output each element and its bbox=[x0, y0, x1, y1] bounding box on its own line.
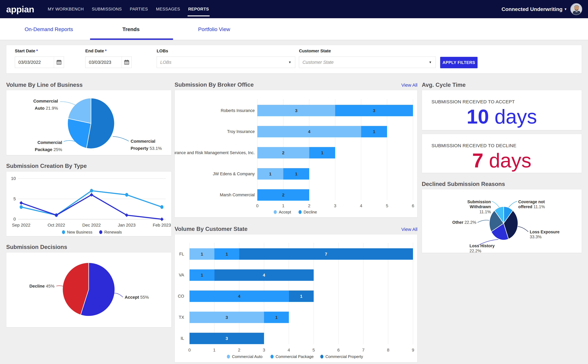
end-date-label: End Date* bbox=[85, 48, 107, 53]
svg-text:1: 1 bbox=[321, 150, 324, 155]
svg-text:7: 7 bbox=[325, 252, 327, 257]
svg-text:1: 1 bbox=[295, 172, 298, 176]
svg-text:5: 5 bbox=[13, 196, 16, 201]
nav-item-messages[interactable]: MESSAGES bbox=[156, 0, 180, 18]
svg-text:Package 25%: Package 25% bbox=[35, 147, 62, 152]
creation-by-type-line-chart: 0510Sep 2022Oct 2022Dec 2022Jan 2023Feb … bbox=[6, 172, 171, 236]
svg-text:Decline 45%: Decline 45% bbox=[29, 284, 54, 288]
customer-state-select[interactable]: Customer State ▼ bbox=[299, 57, 436, 68]
svg-text:Commercial: Commercial bbox=[37, 140, 62, 145]
svg-text:Feb 2023: Feb 2023 bbox=[153, 223, 171, 228]
volume-by-lob-pie-chart: CommercialAuto 21.9%CommercialProperty 5… bbox=[6, 90, 171, 155]
svg-text:Insurance and Risk Management: Insurance and Risk Management Services, … bbox=[175, 150, 255, 155]
reports-tab-bar: On-Demand Reports Trends Portfolio View bbox=[0, 18, 588, 40]
volume-by-lob-title: Volume By Line of Business bbox=[6, 82, 83, 88]
nav-menu: MY WORKBENCH SUBMISSIONS PARTIES MESSAGE… bbox=[48, 0, 209, 18]
svg-text:offered 11.1%: offered 11.1% bbox=[518, 204, 545, 209]
nav-item-submissions[interactable]: SUBMISSIONS bbox=[92, 0, 122, 18]
svg-text:Accept: Accept bbox=[279, 210, 291, 214]
svg-text:Withdrawn: Withdrawn bbox=[470, 204, 491, 209]
customer-state-view-all-link[interactable]: View All bbox=[401, 227, 418, 232]
user-avatar[interactable] bbox=[570, 3, 582, 15]
svg-text:3: 3 bbox=[295, 108, 298, 113]
apply-filters-button[interactable]: APPLY FILTERS bbox=[440, 57, 477, 68]
svg-text:Renewals: Renewals bbox=[104, 230, 122, 234]
svg-text:4: 4 bbox=[308, 129, 311, 134]
appian-logo: appian bbox=[6, 4, 34, 14]
svg-text:3: 3 bbox=[263, 348, 265, 352]
svg-text:1: 1 bbox=[282, 203, 285, 208]
svg-text:Commercial Package: Commercial Package bbox=[276, 354, 314, 359]
end-date-value: 03/03/2023 bbox=[85, 60, 122, 65]
nav-item-parties[interactable]: PARTIES bbox=[130, 0, 148, 18]
svg-text:Property 53.1%: Property 53.1% bbox=[131, 146, 162, 151]
svg-text:VA: VA bbox=[179, 273, 184, 277]
calendar-picker-button[interactable] bbox=[54, 57, 64, 68]
broker-office-bar-chart: 012345633Roberts Insurance41Troy Insuran… bbox=[175, 90, 417, 217]
workspace-label: Connected Underwriting bbox=[502, 6, 562, 12]
calendar-picker-button[interactable] bbox=[122, 57, 131, 68]
svg-text:New Business: New Business bbox=[67, 230, 92, 234]
declined-reasons-title: Declined Submission Reasons bbox=[422, 181, 505, 188]
cycle-accept-value: 10 days bbox=[422, 105, 582, 128]
tab-portfolio-view[interactable]: Portfolio View bbox=[198, 18, 230, 40]
tab-trends[interactable]: Trends bbox=[122, 18, 139, 40]
broker-office-view-all-link[interactable]: View All bbox=[401, 83, 418, 88]
svg-text:IL: IL bbox=[181, 336, 184, 341]
svg-text:10: 10 bbox=[11, 176, 16, 181]
nav-item-reports[interactable]: REPORTS bbox=[188, 0, 209, 18]
svg-text:Auto 21.9%: Auto 21.9% bbox=[35, 106, 58, 110]
svg-text:4: 4 bbox=[238, 294, 240, 299]
customer-state-title: Volume By Customer State bbox=[175, 226, 248, 232]
svg-text:1: 1 bbox=[226, 252, 228, 257]
customer-state-bar-chart: 0123456789117FL14VA41CO31TX3ILCommercial… bbox=[175, 234, 417, 362]
svg-text:Oct 2022: Oct 2022 bbox=[48, 223, 65, 228]
svg-text:1: 1 bbox=[373, 129, 375, 134]
svg-text:3: 3 bbox=[226, 315, 228, 320]
workspace-switcher[interactable]: Connected Underwriting ▾ bbox=[502, 6, 566, 12]
svg-text:Coverage not: Coverage not bbox=[518, 200, 545, 204]
calendar-icon bbox=[124, 60, 129, 65]
submission-decisions-pie-chart: Decline 45%Accept 55% bbox=[6, 253, 171, 327]
calendar-icon bbox=[56, 60, 62, 65]
start-date-value: 03/03/2022 bbox=[15, 60, 54, 65]
submission-decisions-title: Submission Decisions bbox=[6, 244, 67, 251]
svg-text:1: 1 bbox=[201, 252, 203, 257]
required-marker: * bbox=[105, 48, 107, 53]
tab-on-demand-reports[interactable]: On-Demand Reports bbox=[25, 18, 73, 40]
chevron-down-icon: ▼ bbox=[288, 60, 295, 64]
cycle-decline-value: 7 days bbox=[422, 149, 582, 172]
customer-state-placeholder: Customer State bbox=[299, 60, 429, 65]
svg-text:Accept 55%: Accept 55% bbox=[125, 295, 149, 299]
svg-text:7: 7 bbox=[362, 348, 365, 352]
broker-office-header: Submission By Broker Office View All bbox=[175, 82, 418, 88]
cycle-time-decline-card: SUBMISSION RECEIVED TO DECLINE 7 days bbox=[422, 134, 582, 173]
svg-text:0: 0 bbox=[13, 217, 16, 221]
svg-text:Sep 2022: Sep 2022 bbox=[12, 223, 30, 228]
volume-by-lob-card: CommercialAuto 21.9%CommercialProperty 5… bbox=[6, 90, 171, 155]
required-marker: * bbox=[36, 48, 38, 53]
active-tab-indicator bbox=[90, 39, 173, 40]
svg-text:2: 2 bbox=[282, 193, 285, 197]
svg-text:4: 4 bbox=[263, 273, 265, 278]
svg-text:8: 8 bbox=[387, 348, 390, 352]
svg-text:5: 5 bbox=[313, 348, 315, 352]
svg-text:1: 1 bbox=[275, 315, 278, 320]
svg-text:Submission: Submission bbox=[467, 200, 491, 204]
cycle-time-title: Avg. Cycle Time bbox=[422, 82, 466, 88]
filters-panel: Start Date* 03/03/2022 End Date* 03/03/2… bbox=[6, 45, 582, 73]
nav-item-my-workbench[interactable]: MY WORKBENCH bbox=[48, 0, 84, 18]
svg-text:3: 3 bbox=[334, 203, 336, 208]
svg-text:FL: FL bbox=[179, 252, 184, 256]
cycle-decline-label: SUBMISSION RECEIVED TO DECLINE bbox=[431, 143, 516, 148]
svg-text:Loss Exposure: Loss Exposure bbox=[530, 230, 560, 234]
svg-text:0: 0 bbox=[256, 203, 259, 208]
svg-text:1: 1 bbox=[213, 348, 216, 352]
svg-text:1: 1 bbox=[300, 294, 302, 299]
svg-text:2: 2 bbox=[282, 150, 285, 155]
customer-state-header: Volume By Customer State View All bbox=[175, 226, 418, 233]
svg-text:2: 2 bbox=[308, 203, 311, 208]
start-date-input[interactable]: 03/03/2022 bbox=[15, 57, 64, 68]
end-date-input[interactable]: 03/03/2023 bbox=[85, 57, 132, 68]
lobs-select[interactable]: LOBs ▼ bbox=[157, 57, 295, 68]
